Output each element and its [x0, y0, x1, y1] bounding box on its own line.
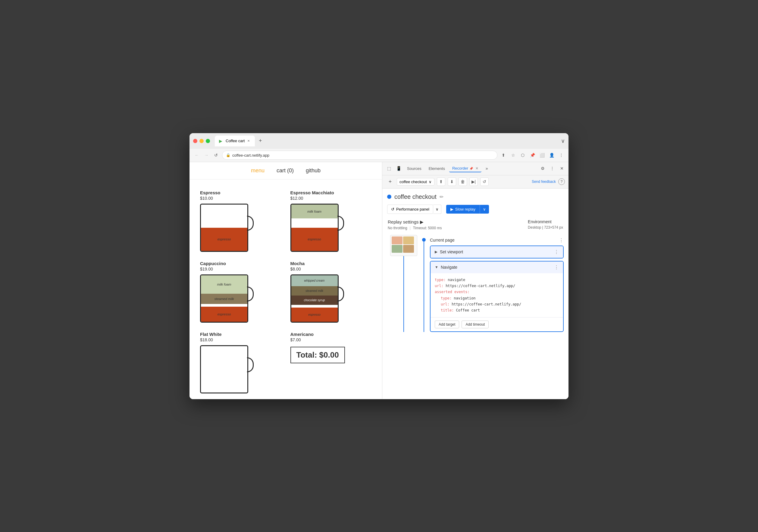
coffee-item-cappuccino[interactable]: Cappuccino $19.00 milk foam steamed milk… [195, 256, 286, 327]
replay-settings-title[interactable]: Replay settings ▶ [388, 219, 442, 225]
code-url-val: https://coffee-cart.netlify.app/ [443, 284, 515, 288]
code-type-key: type: [435, 278, 446, 282]
add-recording-button[interactable]: + [386, 178, 395, 186]
import-button[interactable]: ⬇ [448, 178, 456, 186]
timeline-thumbnail [390, 235, 417, 256]
coffee-item-macchiato[interactable]: Espresso Macchiato $12.00 milk foam espr… [286, 185, 376, 256]
add-target-button[interactable]: Add target [435, 320, 459, 328]
extension-icon[interactable]: ⬡ [519, 151, 526, 159]
cursor-icon[interactable]: ⬚ [385, 164, 393, 173]
refresh-button[interactable]: ↺ [212, 151, 220, 159]
tab-close-button[interactable]: ✕ [246, 139, 251, 143]
recording-select-value: coffee checkout [399, 180, 427, 184]
device-icon[interactable]: 📱 [395, 164, 403, 173]
back-button[interactable]: ← [193, 151, 200, 159]
address-actions: ⬆ ☆ ⬡ 📌 ⬜ 👤 ⋮ [500, 151, 565, 159]
address-input[interactable]: 🔒 coffee-cart.netlify.app [222, 150, 498, 160]
active-tab[interactable]: ▶ Coffee cart ✕ [215, 136, 255, 147]
slow-replay-dropdown[interactable]: ∨ [480, 205, 489, 214]
fullscreen-button[interactable] [206, 139, 210, 143]
bookmark-icon[interactable]: ☆ [509, 151, 517, 159]
step-footer: Add target Add timeout [431, 317, 563, 331]
timeline-line-1 [424, 242, 424, 332]
step-more-icon[interactable]: ⋮ [554, 249, 559, 255]
devtools-more-icon[interactable]: ⋮ [548, 164, 556, 173]
cup-handle [247, 216, 254, 231]
coffee-price: $10.00 [200, 196, 281, 201]
recording-title: coffee checkout [395, 193, 436, 200]
profile-icon[interactable]: 👤 [548, 151, 555, 159]
espresso-layer: espresso [201, 307, 247, 321]
timeline-dots [420, 235, 428, 332]
code-asserted-title-val: Coffee cart [454, 308, 480, 313]
more-tabs-icon[interactable]: » [483, 164, 491, 173]
step-more-icon[interactable]: ⋮ [554, 264, 559, 270]
code-asserted-url-key: url: [441, 302, 450, 306]
chevron-down-icon: ∨ [429, 180, 432, 184]
traffic-lights [193, 139, 210, 143]
menu-link[interactable]: menu [251, 168, 264, 174]
coffee-item-flatwhite[interactable]: Flat White $18.00 [195, 327, 286, 398]
devtools-close-icon[interactable]: ✕ [558, 164, 566, 173]
code-asserted-type-key: type: [441, 296, 452, 300]
delete-button[interactable]: 🗑 [459, 178, 467, 186]
edit-button[interactable]: ↺ [480, 178, 489, 186]
devtools-settings-icon[interactable]: ⚙ [538, 164, 547, 173]
code-url-line: url: https://coffee-cart.netlify.app/ [435, 283, 559, 289]
pin-icon[interactable]: 📌 [529, 151, 536, 159]
tab-recorder[interactable]: Recorder 📌 ✕ [449, 165, 481, 172]
code-asserted-type-line: type: navigation [435, 295, 559, 301]
recording-select[interactable]: coffee checkout ∨ [397, 178, 434, 185]
chocolate-syrup-layer: chocolate syrup [291, 295, 338, 305]
replay-button-row: ↺ Performance panel ∨ ▶ Slow replay ∨ [387, 205, 564, 214]
thumb-mini-2 [403, 237, 414, 244]
step-title: Set viewport [440, 249, 552, 254]
coffee-name: Americano [291, 332, 372, 337]
github-link[interactable]: github [306, 168, 321, 174]
send-feedback-link[interactable]: Send feedback [532, 180, 556, 184]
environment-title: Environment [528, 219, 563, 224]
code-asserted-type-val: navigation [452, 296, 475, 300]
slow-replay-button[interactable]: ▶ Slow replay [446, 205, 480, 214]
play-button[interactable]: ▶| [469, 178, 478, 186]
minimize-button[interactable] [199, 139, 204, 143]
replay-settings-info: No throttling | Timeout: 5000 ms [388, 226, 442, 230]
close-button[interactable] [193, 139, 197, 143]
code-asserted-key: asserted events: [435, 290, 470, 294]
split-view-icon[interactable]: ⬜ [538, 151, 546, 159]
performance-panel-button[interactable]: ↺ Performance panel [387, 205, 433, 214]
recorder-body: coffee checkout ✏ ↺ Performance panel ∨ [382, 188, 568, 399]
tab-sources[interactable]: Sources [404, 165, 425, 172]
coffee-price: $18.00 [200, 337, 281, 342]
code-asserted-url-val: https://coffee-cart.netlify.app/ [450, 302, 521, 306]
step-toggle[interactable]: ▼ [435, 265, 438, 269]
coffee-item-mocha[interactable]: Mocha $8.00 whipped cream steamed milk c… [286, 256, 376, 327]
recorder-tab-close[interactable]: ✕ [475, 166, 478, 171]
site-nav: menu cart (0) github [190, 162, 382, 180]
recording-active-dot [387, 195, 391, 199]
new-tab-button[interactable]: + [256, 137, 264, 145]
forward-button[interactable]: → [203, 151, 210, 159]
tab-list-button[interactable]: ∨ [561, 138, 565, 144]
add-timeout-button[interactable]: Add timeout [462, 320, 489, 328]
help-button[interactable]: ? [558, 178, 565, 185]
lock-icon: 🔒 [226, 153, 230, 157]
coffee-cup: whipped cream steamed milk chocolate syr… [291, 275, 339, 323]
timeline-steps-area: Current page ⋮ ▶ Set viewport ⋮ [387, 235, 564, 332]
recording-edit-icon[interactable]: ✏ [439, 194, 443, 200]
espresso-layer: espresso [201, 228, 247, 251]
total-banner: Total: $0.00 [291, 347, 345, 363]
coffee-name: Espresso Macchiato [291, 190, 372, 195]
export-button[interactable]: ⬆ [437, 178, 445, 186]
performance-panel-dropdown[interactable]: ∨ [433, 205, 441, 214]
coffee-cup: milk foam espresso [291, 204, 339, 252]
current-page-more-icon[interactable]: ⋮ [559, 237, 564, 243]
browser-more-icon[interactable]: ⋮ [558, 151, 565, 159]
coffee-item-americano[interactable]: Americano $7.00 Total: $0.00 [286, 327, 376, 398]
tab-elements[interactable]: Elements [426, 165, 448, 172]
step-toggle[interactable]: ▶ [435, 250, 437, 254]
cart-link[interactable]: cart (0) [277, 168, 294, 174]
code-asserted-title-key: title: [441, 308, 454, 313]
coffee-item-espresso[interactable]: Espresso $10.00 espresso [195, 185, 286, 256]
share-icon[interactable]: ⬆ [500, 151, 507, 159]
